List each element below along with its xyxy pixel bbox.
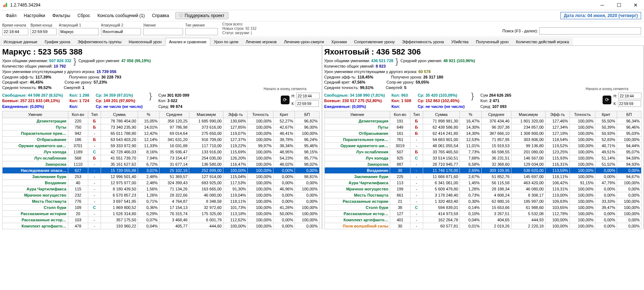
svg-rect-2 <box>6 3 7 7</box>
table-row[interactable]: Аура Чартилифакса115-8 180 439,501,56%71… <box>3 186 320 192</box>
left-table: УмениеКол-воТипСумма%СреднееМаксимумЭфф-… <box>2 111 320 229</box>
table-row[interactable]: Луч ослабления507Б33 765 465,507,73%66 5… <box>324 149 641 155</box>
title-bar: 1.2.7485.34294 ─ ☐ ✕ <box>0 0 644 10</box>
table-row[interactable]: Путы750Б73 340 235,9014,01%97 786,98373 … <box>3 124 320 130</box>
table-row[interactable]: Луч ослабления568Б41 551 739,707,94%73 1… <box>3 155 320 161</box>
table-row[interactable]: Путы649Б62 438 586,8014,30%96 207,38234 … <box>324 124 641 130</box>
tab-9[interactable]: Сопротивление урону <box>351 38 398 45</box>
svg-rect-1 <box>5 4 6 7</box>
menu-console[interactable]: Консоль сообщений (1) <box>94 12 148 20</box>
tab-13[interactable]: Количество действий игрока <box>512 38 572 45</box>
tab-8[interactable]: Хроники <box>328 38 351 45</box>
attacker1-dropdown[interactable] <box>59 28 99 35</box>
table-row[interactable]: Столп бури38С594 839,010,14%15 653,6661 … <box>324 205 641 211</box>
table-row[interactable]: Месть Постмаута776-3 697 541,950,71%4 76… <box>3 198 320 205</box>
tab-5[interactable]: Урон по цели <box>210 38 242 45</box>
tab-0[interactable]: Исходные данные <box>0 38 41 45</box>
time-start-input[interactable] <box>2 28 28 35</box>
left-refresh-button[interactable]: ⟳ <box>281 96 289 104</box>
search-label: Поиск (F3 - далее): <box>502 29 538 33</box>
table-row[interactable]: Мрачное могущество199-5 609 479,801,28%2… <box>324 186 641 192</box>
table-row[interactable]: Рассказанные истор…103-357 175,500,07%3 … <box>3 217 320 223</box>
maximize-button[interactable]: ☐ <box>611 0 627 10</box>
search-input[interactable] <box>539 27 641 35</box>
table-row[interactable]: Комплект артефакто…478-193 960,220,04%40… <box>3 223 320 229</box>
table-row[interactable]: Заморозка887-28 710 945,776,58%32 368,60… <box>324 161 641 168</box>
left-end-spin[interactable] <box>296 100 319 107</box>
table-row[interactable]: Луч холода925С33 514 150,517,68%36 231,5… <box>324 155 641 161</box>
table-row[interactable]: Отбрасывание161Б62 414 241,8014,30%387 6… <box>324 130 641 137</box>
date-badge: Дата лога: 04 июня, 2020 (четверг) <box>560 12 641 19</box>
left-pane: Маркус : 523 565 388Урон общими умениями… <box>0 46 322 229</box>
window-title: 1.2.7485.34294 <box>10 3 40 8</box>
menu-reset[interactable]: Сброс <box>74 12 94 20</box>
menu-file[interactable]: Файл <box>2 12 20 20</box>
support-button[interactable]: ♡Поддержать проект <box>175 12 228 19</box>
tab-bar: Исходные данныеГрафик уронаЭффективность… <box>0 37 644 46</box>
tab-2[interactable]: Эффективность группы <box>74 38 125 45</box>
tab-1[interactable]: График урона <box>41 38 74 45</box>
close-button[interactable]: ✕ <box>627 0 644 10</box>
skill-dropdown[interactable] <box>143 28 183 35</box>
tab-3[interactable]: Нанесенный урон <box>125 38 165 45</box>
toolbar: Время начала Время конца Атакующий 1 Ата… <box>0 21 644 37</box>
table-row[interactable]: Аура Чартилифакса113-6 341 061,001,45%56… <box>324 180 641 186</box>
svg-rect-0 <box>4 5 5 7</box>
table-row[interactable]: Поразительное преи…942-65 011 788,8012,4… <box>3 130 320 137</box>
time-end-input[interactable] <box>31 28 57 35</box>
table-row[interactable]: Поразительное преи…761-54 683 901,0012,5… <box>324 137 641 143</box>
table-row[interactable]: Мрачное могущество232-6 570 857,231,26%2… <box>3 192 320 198</box>
table-row[interactable]: Дезинтеграция191Б71 898 981,3016,47%376 … <box>324 118 641 124</box>
table-row[interactable]: Отбрасывание186Б63 543 403,2012,14%341 6… <box>3 137 320 143</box>
left-start-spin[interactable] <box>296 93 320 99</box>
table-row[interactable]: Рассказанные истории20-1 526 314,800,29%… <box>3 211 320 217</box>
table-row[interactable]: Рассказанные истор…127-414 973,590,10%3 … <box>324 211 641 217</box>
right-end-spin[interactable] <box>618 100 641 107</box>
skill-type-dropdown[interactable] <box>185 28 218 35</box>
table-row[interactable]: Заморозка1110-35 161 627,626,72%31 677,1… <box>3 161 320 168</box>
table-row[interactable]: Луч холода1189С42 728 466,038,16%35 936,… <box>3 149 320 155</box>
right-pane: Яхонтовый : 436 582 306Урон общими умени… <box>322 46 644 229</box>
right-table: УмениеКол-воТипСумма%СреднееМаксимумЭфф-… <box>324 111 642 229</box>
attacker2-dropdown[interactable] <box>101 28 141 35</box>
tab-10[interactable]: Эффективность урона <box>398 38 447 45</box>
table-row[interactable]: Оружие ядовитого ши…3701-59 333 972,9011… <box>3 143 320 149</box>
left-title: Маркус : 523 565 388 <box>2 47 320 57</box>
table-row[interactable]: Комплект артефакто…401-162 264,780,04%40… <box>324 217 641 223</box>
table-row[interactable]: Столп бури109С1 869 800,520,36%17 154,13… <box>3 205 320 211</box>
table-row[interactable]: Месть Постмаута661-3 178 248,400,73%4 80… <box>324 192 641 198</box>
menu-bar: Файл Настройки Фильтры Сброс Консоль соо… <box>0 10 644 21</box>
table-row[interactable]: Воздаяние38-11 746 178,002,69%309 109,95… <box>324 168 641 174</box>
minimize-button[interactable]: ─ <box>594 0 611 10</box>
right-refresh-button[interactable]: ⟳ <box>603 96 611 104</box>
table-row[interactable]: Заклинание бури225-11 666 871,602,67%51 … <box>324 174 641 180</box>
table-row[interactable]: Дезинтеграция220Б78 786 454,0015,05%358 … <box>3 118 320 124</box>
right-start-spin[interactable] <box>618 93 641 99</box>
heart-icon: ♡ <box>179 13 183 18</box>
tab-7[interactable]: Лечение-урон-смерти <box>280 38 328 45</box>
tab-12[interactable]: Полученный урон <box>472 38 513 45</box>
tab-6[interactable]: Лечение игроков <box>242 38 280 45</box>
table-row[interactable]: Наследование опасн…627-15 739 055,883,01… <box>3 168 320 174</box>
right-title: Яхонтовый : 436 582 306 <box>324 47 642 57</box>
tab-11[interactable]: Убийства <box>447 38 472 45</box>
table-row[interactable]: Оружие ядовитого ши…3019-48 061 055,5411… <box>324 143 641 149</box>
table-row[interactable]: Поля волшебной силы30-60 577,810,01%2 01… <box>324 223 641 229</box>
menu-settings[interactable]: Настройки <box>20 12 49 20</box>
app-icon <box>3 3 8 8</box>
menu-filters[interactable]: Фильтры <box>49 12 74 20</box>
tab-4[interactable]: Анализ и сравнение <box>165 38 210 46</box>
table-row[interactable]: Рассказанные истории21-1 320 483,400,30%… <box>324 198 641 205</box>
menu-help[interactable]: Справка <box>148 12 173 20</box>
line-stats: Строк всего: Новых строк: 92 152 Статус … <box>222 22 256 35</box>
table-row[interactable]: Заклинание бури253-12 996 501,402,48%51 … <box>3 174 320 180</box>
table-row[interactable]: Воздаяние40-12 975 977,002,48%324 399,43… <box>3 180 320 186</box>
